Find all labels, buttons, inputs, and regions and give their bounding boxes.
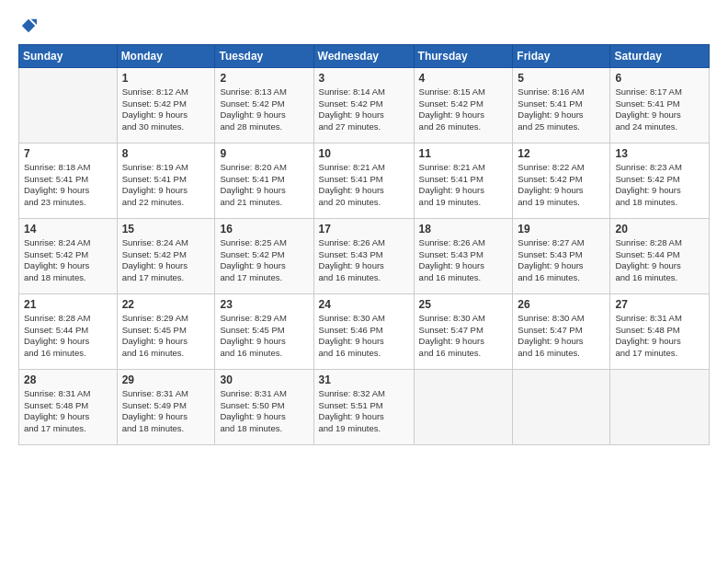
- calendar-cell: 12Sunrise: 8:22 AMSunset: 5:42 PMDayligh…: [513, 143, 610, 218]
- day-number: 26: [518, 298, 605, 311]
- calendar: SundayMondayTuesdayWednesdayThursdayFrid…: [18, 44, 710, 445]
- day-number: 21: [24, 298, 112, 311]
- weekday-header: Saturday: [610, 44, 710, 67]
- calendar-cell: 24Sunrise: 8:30 AMSunset: 5:46 PMDayligh…: [313, 293, 414, 369]
- calendar-cell: 7Sunrise: 8:18 AMSunset: 5:41 PMDaylight…: [19, 143, 118, 218]
- calendar-row: 28Sunrise: 8:31 AMSunset: 5:48 PMDayligh…: [19, 369, 710, 444]
- day-number: 29: [122, 373, 210, 386]
- logo-icon: [20, 17, 37, 34]
- day-info: Sunrise: 8:31 AMSunset: 5:48 PMDaylight:…: [615, 313, 704, 360]
- day-number: 12: [518, 147, 605, 160]
- calendar-cell: 29Sunrise: 8:31 AMSunset: 5:49 PMDayligh…: [117, 369, 215, 444]
- day-number: 18: [419, 223, 508, 236]
- day-info: Sunrise: 8:32 AMSunset: 5:51 PMDaylight:…: [319, 388, 409, 435]
- calendar-cell: 11Sunrise: 8:21 AMSunset: 5:41 PMDayligh…: [414, 143, 513, 218]
- weekday-header-row: SundayMondayTuesdayWednesdayThursdayFrid…: [19, 44, 710, 67]
- day-number: 24: [319, 298, 409, 311]
- calendar-cell: 4Sunrise: 8:15 AMSunset: 5:42 PMDaylight…: [414, 67, 513, 143]
- day-number: 13: [615, 147, 704, 160]
- calendar-cell: 13Sunrise: 8:23 AMSunset: 5:42 PMDayligh…: [610, 143, 710, 218]
- day-number: 22: [122, 298, 210, 311]
- day-number: 19: [518, 223, 605, 236]
- day-number: 8: [122, 147, 210, 160]
- day-info: Sunrise: 8:30 AMSunset: 5:47 PMDaylight:…: [518, 313, 605, 360]
- weekday-header: Thursday: [414, 44, 513, 67]
- day-number: 2: [220, 72, 308, 85]
- calendar-cell: [610, 369, 710, 444]
- day-info: Sunrise: 8:16 AMSunset: 5:41 PMDaylight:…: [518, 86, 605, 133]
- day-number: 10: [319, 147, 409, 160]
- day-info: Sunrise: 8:12 AMSunset: 5:42 PMDaylight:…: [122, 86, 210, 133]
- day-info: Sunrise: 8:28 AMSunset: 5:44 PMDaylight:…: [615, 237, 704, 284]
- calendar-cell: 6Sunrise: 8:17 AMSunset: 5:41 PMDaylight…: [610, 67, 710, 143]
- day-info: Sunrise: 8:26 AMSunset: 5:43 PMDaylight:…: [319, 237, 409, 284]
- day-info: Sunrise: 8:21 AMSunset: 5:41 PMDaylight:…: [319, 162, 409, 209]
- day-info: Sunrise: 8:30 AMSunset: 5:46 PMDaylight:…: [319, 313, 409, 360]
- day-info: Sunrise: 8:30 AMSunset: 5:47 PMDaylight:…: [419, 313, 508, 360]
- day-info: Sunrise: 8:20 AMSunset: 5:41 PMDaylight:…: [220, 162, 308, 209]
- day-info: Sunrise: 8:13 AMSunset: 5:42 PMDaylight:…: [220, 86, 308, 133]
- calendar-cell: 10Sunrise: 8:21 AMSunset: 5:41 PMDayligh…: [313, 143, 414, 218]
- weekday-header: Sunday: [19, 44, 118, 67]
- page: SundayMondayTuesdayWednesdayThursdayFrid…: [0, 0, 728, 563]
- day-number: 3: [319, 72, 409, 85]
- calendar-cell: 17Sunrise: 8:26 AMSunset: 5:43 PMDayligh…: [313, 218, 414, 293]
- day-info: Sunrise: 8:26 AMSunset: 5:43 PMDaylight:…: [419, 237, 508, 284]
- day-number: 1: [122, 72, 210, 85]
- day-info: Sunrise: 8:18 AMSunset: 5:41 PMDaylight:…: [24, 162, 112, 209]
- calendar-cell: 14Sunrise: 8:24 AMSunset: 5:42 PMDayligh…: [19, 218, 118, 293]
- calendar-cell: 19Sunrise: 8:27 AMSunset: 5:43 PMDayligh…: [513, 218, 610, 293]
- calendar-cell: 16Sunrise: 8:25 AMSunset: 5:42 PMDayligh…: [215, 218, 313, 293]
- day-info: Sunrise: 8:29 AMSunset: 5:45 PMDaylight:…: [220, 313, 308, 360]
- day-number: 9: [220, 147, 308, 160]
- day-info: Sunrise: 8:14 AMSunset: 5:42 PMDaylight:…: [319, 86, 409, 133]
- day-info: Sunrise: 8:23 AMSunset: 5:42 PMDaylight:…: [615, 162, 704, 209]
- calendar-cell: 3Sunrise: 8:14 AMSunset: 5:42 PMDaylight…: [313, 67, 414, 143]
- day-info: Sunrise: 8:31 AMSunset: 5:48 PMDaylight:…: [24, 388, 112, 435]
- calendar-cell: 5Sunrise: 8:16 AMSunset: 5:41 PMDaylight…: [513, 67, 610, 143]
- calendar-cell: 28Sunrise: 8:31 AMSunset: 5:48 PMDayligh…: [19, 369, 118, 444]
- day-info: Sunrise: 8:29 AMSunset: 5:45 PMDaylight:…: [122, 313, 210, 360]
- day-info: Sunrise: 8:25 AMSunset: 5:42 PMDaylight:…: [220, 237, 308, 284]
- calendar-row: 21Sunrise: 8:28 AMSunset: 5:44 PMDayligh…: [19, 293, 710, 369]
- day-number: 25: [419, 298, 508, 311]
- calendar-cell: 9Sunrise: 8:20 AMSunset: 5:41 PMDaylight…: [215, 143, 313, 218]
- day-info: Sunrise: 8:27 AMSunset: 5:43 PMDaylight:…: [518, 237, 605, 284]
- calendar-cell: 26Sunrise: 8:30 AMSunset: 5:47 PMDayligh…: [513, 293, 610, 369]
- header: [18, 17, 710, 35]
- day-number: 5: [518, 72, 605, 85]
- calendar-cell: 31Sunrise: 8:32 AMSunset: 5:51 PMDayligh…: [313, 369, 414, 444]
- day-number: 30: [220, 373, 308, 386]
- calendar-cell: 8Sunrise: 8:19 AMSunset: 5:41 PMDaylight…: [117, 143, 215, 218]
- calendar-cell: 27Sunrise: 8:31 AMSunset: 5:48 PMDayligh…: [610, 293, 710, 369]
- calendar-cell: 23Sunrise: 8:29 AMSunset: 5:45 PMDayligh…: [215, 293, 313, 369]
- day-number: 6: [615, 72, 704, 85]
- day-number: 28: [24, 373, 112, 386]
- day-number: 20: [615, 223, 704, 236]
- calendar-cell: 18Sunrise: 8:26 AMSunset: 5:43 PMDayligh…: [414, 218, 513, 293]
- logo: [18, 17, 37, 35]
- day-info: Sunrise: 8:22 AMSunset: 5:42 PMDaylight:…: [518, 162, 605, 209]
- day-info: Sunrise: 8:31 AMSunset: 5:50 PMDaylight:…: [220, 388, 308, 435]
- day-number: 17: [319, 223, 409, 236]
- calendar-cell: [513, 369, 610, 444]
- day-number: 7: [24, 147, 112, 160]
- day-info: Sunrise: 8:24 AMSunset: 5:42 PMDaylight:…: [24, 237, 112, 284]
- calendar-cell: 20Sunrise: 8:28 AMSunset: 5:44 PMDayligh…: [610, 218, 710, 293]
- weekday-header: Friday: [513, 44, 610, 67]
- calendar-cell: 1Sunrise: 8:12 AMSunset: 5:42 PMDaylight…: [117, 67, 215, 143]
- weekday-header: Wednesday: [313, 44, 414, 67]
- day-number: 27: [615, 298, 704, 311]
- calendar-cell: 15Sunrise: 8:24 AMSunset: 5:42 PMDayligh…: [117, 218, 215, 293]
- day-number: 14: [24, 223, 112, 236]
- day-info: Sunrise: 8:31 AMSunset: 5:49 PMDaylight:…: [122, 388, 210, 435]
- day-number: 31: [319, 373, 409, 386]
- day-number: 16: [220, 223, 308, 236]
- calendar-cell: 30Sunrise: 8:31 AMSunset: 5:50 PMDayligh…: [215, 369, 313, 444]
- day-info: Sunrise: 8:24 AMSunset: 5:42 PMDaylight:…: [122, 237, 210, 284]
- calendar-cell: 2Sunrise: 8:13 AMSunset: 5:42 PMDaylight…: [215, 67, 313, 143]
- calendar-row: 1Sunrise: 8:12 AMSunset: 5:42 PMDaylight…: [19, 67, 710, 143]
- day-info: Sunrise: 8:28 AMSunset: 5:44 PMDaylight:…: [24, 313, 112, 360]
- calendar-cell: [414, 369, 513, 444]
- calendar-cell: [19, 67, 118, 143]
